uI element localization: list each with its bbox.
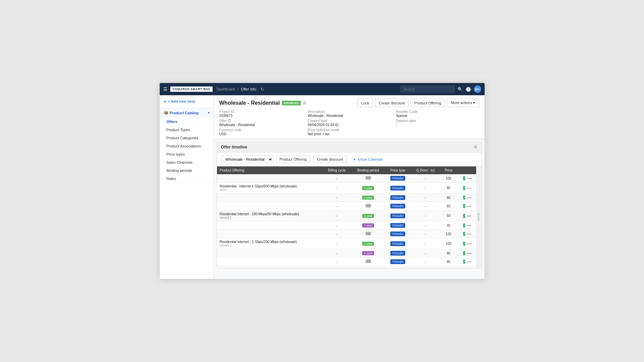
table-row: - Periodic - 65 💲 ••• [217,202,476,210]
cell-binding [351,230,385,238]
table-header: Product Offering Billing cycle Binding p… [217,166,476,174]
lock-button[interactable]: Lock [357,99,373,107]
refresh-icon[interactable]: ↻ [260,87,264,92]
top-navbar: ☰ COMARCH SMART BSS Dashboard › Offer In… [160,83,485,95]
more-icon[interactable]: ••• [467,260,471,264]
sidebar-item-binding-periods[interactable]: Binding periods [160,166,214,175]
table-row: - 1 year Periodic - 80 💲 ••• [217,194,476,202]
currency-icon[interactable]: 💲 [462,204,467,208]
table-row: Residential Internet - 1 Gbps/200 Mbps (… [217,238,476,249]
cell-product: Residential Internet - 200 Mbps/75 Mbps … [217,266,323,268]
table-row: Residential - Internet 1 Gbps/500 Mbps (… [217,183,476,194]
cell-product: Residential Internet - 100 Mbps/50 Mbps … [217,210,323,221]
timeline-create-discount-button[interactable]: Create discount [313,156,347,163]
settings-icon[interactable]: ⚙ [303,101,307,105]
avatar[interactable]: DA [474,85,481,93]
currency-icon[interactable]: 💲 [462,186,467,190]
cell-price: 65 [441,266,457,268]
description-cell: Description Wholesale - Residential Crea… [308,110,391,136]
cell-binding: 1 year [351,266,385,268]
cell-price-type: Periodic [385,202,411,210]
currency-icon[interactable]: 💲 [462,223,467,228]
cell-price: 85 [441,183,457,194]
cell-quantity: - [411,238,441,249]
content-header: Wholesale - Residential ENABLED ⚙ Lock C… [214,95,485,139]
search-input[interactable] [401,86,455,93]
more-actions-button[interactable]: More actions ▾ [447,99,479,107]
sidebar-item-rates[interactable]: Rates [160,175,214,183]
more-icon[interactable]: ••• [467,242,471,246]
more-icon[interactable]: ••• [467,186,471,190]
more-icon[interactable]: ••• [467,214,471,218]
offer-title-row: Wholesale - Residential ENABLED ⚙ Lock C… [219,99,479,107]
more-icon[interactable]: ••• [467,176,471,180]
status-badge: ENABLED [282,101,301,105]
sidebar-item-sales-channels[interactable]: Sales Channels [160,158,214,166]
cell-row-actions: 💲 ••• [457,230,476,238]
timeline-settings-icon[interactable]: ⚙ [474,145,477,149]
cell-product [217,221,323,230]
timeline-select[interactable]: Wholesale - Residential [221,155,273,163]
hamburger-icon[interactable]: ☰ [163,86,168,92]
show-calendar-button[interactable]: ▼ Show Calendar [349,156,386,163]
cell-price-type: Periodic [385,258,411,266]
table-row: - Periodic - 120 💲 ••• [217,230,476,238]
table-scroll: Product Offering Billing cycle Binding p… [217,166,476,268]
cell-binding [351,258,385,266]
cell-quantity: - [411,183,441,194]
reseller-cell: Reseller Code Special Deletion date - [396,110,479,136]
currency-icon[interactable]: 💲 [462,214,467,218]
more-icon[interactable]: ••• [467,232,471,236]
grids-panel[interactable]: Grids [476,166,482,268]
cell-price: 90 [441,249,457,258]
cell-row-actions: 💲 ••• [457,202,476,210]
currency-icon[interactable]: 💲 [462,195,467,200]
currency-icon[interactable]: 💲 [462,232,467,236]
cell-price-type: Periodic [385,230,411,238]
more-icon[interactable]: ••• [467,196,471,200]
timeline-product-offering-button[interactable]: Product Offering [276,156,311,163]
cell-billing: - [323,174,351,183]
cell-billing: - [323,238,351,249]
sidebar-item-product-types[interactable]: Product Types [160,126,214,134]
cell-binding: 1 year [351,238,385,249]
col-price-type: Price type [385,166,411,174]
more-icon[interactable]: ••• [467,204,471,208]
cell-billing: - [323,183,351,194]
sidebar-item-price-types[interactable]: Price types [160,150,214,158]
create-discount-button[interactable]: Create discount [375,99,409,107]
cell-price: 105 [441,174,457,183]
cell-price-type: Periodic [385,210,411,221]
cell-quantity: - [411,194,441,202]
sidebar-item-product-categories[interactable]: Product Categories [160,134,214,142]
currency-icon[interactable]: 💲 [462,176,467,181]
currency-icon[interactable]: 💲 [462,241,467,246]
add-new-button[interactable]: + + Add new item [160,95,214,108]
sidebar-item-offers[interactable]: Offers [160,118,214,126]
logo: COMARCH SMART BSS [170,86,213,92]
plus-icon: + [164,99,167,104]
cell-price: 65 [441,202,457,210]
currency-icon[interactable]: 💲 [462,251,467,256]
col-actions [457,166,476,174]
chevron-icon: ▾ [208,111,210,115]
table-row: Residential Internet - 200 Mbps/75 Mbps … [217,266,476,268]
cell-product: Residential Internet - 1 Gbps/200 Mbps (… [217,238,323,249]
table-body: - Periodic - 105 💲 ••• [217,174,476,268]
sidebar-section-header[interactable]: 📦 Product Catalog ▾ [160,108,214,118]
cell-row-actions: 💲 ••• [457,221,476,230]
history-icon[interactable]: 🕐 [466,87,471,92]
cell-product [217,194,323,202]
cell-billing: - [323,194,351,202]
table-wrapper: Product Offering Billing cycle Binding p… [217,166,482,268]
more-icon[interactable]: ••• [467,223,471,227]
product-offering-button[interactable]: Product Offering [411,99,445,107]
cell-price: 100 [441,238,457,249]
cell-billing: - [323,230,351,238]
currency-icon[interactable]: 💲 [462,259,467,264]
sidebar-item-product-associations[interactable]: Product Associations [160,142,214,150]
cell-row-actions: 💲 ••• [457,194,476,202]
col-quantity: Q (from - to) [411,166,441,174]
search-icon[interactable]: 🔍 [457,87,463,92]
more-icon[interactable]: ••• [467,251,471,255]
